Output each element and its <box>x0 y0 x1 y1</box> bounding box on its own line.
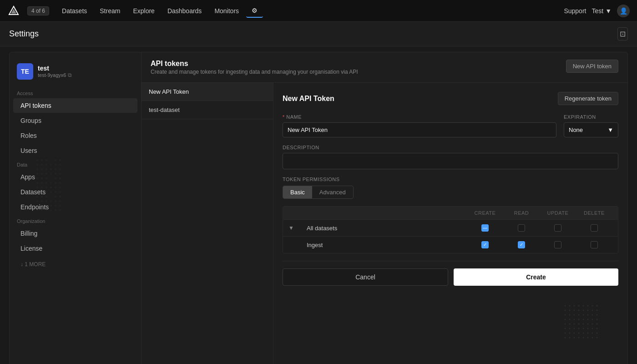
update-checkbox-ingest[interactable] <box>540 241 576 248</box>
table-row-ingest: Ingest ✓ ✓ <box>283 236 618 253</box>
row-all-datasets-label: All datasets <box>307 225 467 232</box>
checkbox-delete-ingest-icon[interactable] <box>591 241 598 248</box>
description-label: DESCRIPTION <box>283 145 618 150</box>
user-label: Test <box>592 7 603 15</box>
org-name: test <box>38 65 134 72</box>
nav-datasets[interactable]: Datasets <box>56 5 92 17</box>
settings-header: Settings ⊡ <box>0 22 637 46</box>
regenerate-token-button[interactable]: Regenerate token <box>558 92 618 105</box>
expiration-field-group: EXPIRATION None ▼ <box>564 114 618 137</box>
api-tokens-header: API tokens Create and manage tokens for … <box>142 52 627 83</box>
create-button[interactable]: Create <box>454 268 618 286</box>
sidebar-item-users[interactable]: Users <box>13 143 137 158</box>
name-field-group: NAME <box>283 114 556 137</box>
tab-advanced[interactable]: Advanced <box>312 186 353 198</box>
sidebar-item-endpoints[interactable]: Endpoints <box>13 200 137 214</box>
create-checkbox-all-datasets[interactable]: — <box>467 224 503 232</box>
permissions-section: TOKEN PERMISSIONS Basic Advanced CREATE … <box>283 177 618 253</box>
read-checkbox-all-datasets[interactable] <box>503 224 540 232</box>
token-list-item-new[interactable]: New API Token <box>142 83 273 101</box>
delete-checkbox-all-datasets[interactable] <box>576 224 612 232</box>
form-row-name-expiration: NAME EXPIRATION None ▼ <box>283 114 618 137</box>
nav-settings[interactable]: ⚙ <box>246 4 263 18</box>
update-checkbox-all-datasets[interactable] <box>540 224 576 232</box>
description-input[interactable] <box>283 153 618 169</box>
section-label-access: Access <box>10 87 141 98</box>
org-avatar: TE <box>17 63 33 80</box>
checkbox-delete-icon[interactable] <box>591 224 598 232</box>
user-avatar[interactable]: 👤 <box>617 5 630 17</box>
copy-icon[interactable]: ⧉ <box>68 72 72 78</box>
name-label: NAME <box>283 114 556 120</box>
page-badge: 4 of 6 <box>27 6 49 15</box>
checkbox-read-ingest-icon[interactable]: ✓ <box>518 241 525 248</box>
logo[interactable] <box>7 5 20 17</box>
sidebar-item-billing[interactable]: Billing <box>13 226 137 241</box>
table-row: ▼ All datasets — <box>283 219 618 236</box>
read-checkbox-ingest[interactable]: ✓ <box>503 241 540 248</box>
token-content: New API Token test-dataset New API Token… <box>142 83 627 364</box>
sidebar-item-license[interactable]: License <box>13 241 137 256</box>
checkbox-update-ingest-icon[interactable] <box>554 241 561 248</box>
org-header: TE test test-9yagyx6 ⧉ <box>10 60 141 87</box>
token-list: New API Token test-dataset <box>142 83 273 364</box>
nav-dashboards[interactable]: Dashboards <box>162 5 207 17</box>
org-info: test test-9yagyx6 ⧉ <box>38 65 134 78</box>
nav-explore[interactable]: Explore <box>127 5 160 17</box>
token-list-item-test-dataset[interactable]: test-dataset <box>142 101 273 119</box>
chevron-down-icon: ▼ <box>605 7 612 15</box>
nav-items: Datasets Stream Explore Dashboards Monit… <box>56 4 560 18</box>
sidebar-item-datasets[interactable]: Datasets <box>13 185 137 199</box>
topbar-right: Support Test ▼ 👤 <box>564 5 630 17</box>
header-update: UPDATE <box>540 210 576 216</box>
permissions-tabs: Basic Advanced <box>283 186 354 199</box>
nav-stream[interactable]: Stream <box>94 5 126 17</box>
api-tokens-description: Create and manage tokens for ingesting d… <box>151 69 358 75</box>
checkbox-checked-icon[interactable]: ✓ <box>481 241 489 248</box>
expiration-select[interactable]: None ▼ <box>564 122 618 137</box>
expiration-value: None <box>569 126 583 133</box>
name-input[interactable] <box>283 122 556 137</box>
checkbox-read-icon[interactable] <box>518 224 525 232</box>
api-tokens-title: API tokens <box>151 60 358 68</box>
org-id: test-9yagyx6 ⧉ <box>38 72 134 78</box>
header-create: CREATE <box>467 210 503 216</box>
checkbox-update-icon[interactable] <box>554 224 561 232</box>
show-more-button[interactable]: ↓ 1 MORE <box>13 258 137 271</box>
settings-main: API tokens Create and manage tokens for … <box>142 52 627 364</box>
table-header: CREATE READ UPDATE DELETE <box>283 207 618 219</box>
checkbox-indeterminate-icon[interactable]: — <box>481 224 489 232</box>
topbar: 4 of 6 Datasets Stream Explore Dashboard… <box>0 0 637 22</box>
delete-checkbox-ingest[interactable] <box>576 241 612 248</box>
layout-toggle-icon[interactable]: ⊡ <box>617 27 628 40</box>
token-detail: New API Token Regenerate token NAME EXPI… <box>273 83 627 364</box>
section-label-organization: Organization <box>10 215 141 226</box>
token-detail-header: New API Token Regenerate token <box>283 92 618 105</box>
support-button[interactable]: Support <box>564 7 586 15</box>
create-checkbox-ingest[interactable]: ✓ <box>467 241 503 248</box>
row-expand-icon[interactable]: ▼ <box>288 225 294 231</box>
nav-monitors[interactable]: Monitors <box>209 5 244 17</box>
sidebar-item-roles[interactable]: Roles <box>13 128 137 143</box>
permissions-label: TOKEN PERMISSIONS <box>283 177 618 182</box>
new-api-token-button[interactable]: New API token <box>566 60 618 73</box>
sidebar-item-apps[interactable]: Apps <box>13 170 137 184</box>
tab-basic[interactable]: Basic <box>283 186 312 198</box>
settings-sidebar: TE test test-9yagyx6 ⧉ Access API tokens… <box>10 52 142 364</box>
cancel-button[interactable]: Cancel <box>283 268 448 286</box>
api-tokens-info: API tokens Create and manage tokens for … <box>151 60 358 75</box>
user-menu[interactable]: Test ▼ <box>592 7 612 15</box>
sidebar-item-api-tokens[interactable]: API tokens <box>13 98 137 113</box>
header-delete: DELETE <box>576 210 612 216</box>
description-field-group: DESCRIPTION <box>283 145 618 169</box>
header-expand <box>288 210 307 216</box>
permissions-table: CREATE READ UPDATE DELETE ▼ All datasets <box>283 206 618 253</box>
header-name <box>307 210 467 216</box>
page-title: Settings <box>9 29 39 39</box>
chevron-down-icon: ▼ <box>607 126 613 133</box>
section-label-data: Data <box>10 158 141 169</box>
show-more-label: ↓ 1 MORE <box>20 261 46 268</box>
settings-body: TE test test-9yagyx6 ⧉ Access API tokens… <box>9 52 628 364</box>
sidebar-item-groups[interactable]: Groups <box>13 113 137 128</box>
token-detail-title: New API Token <box>283 95 334 103</box>
